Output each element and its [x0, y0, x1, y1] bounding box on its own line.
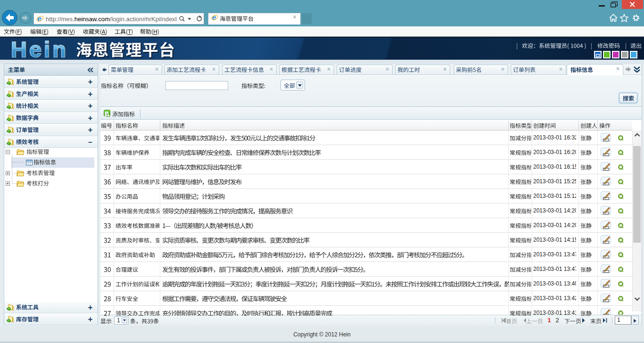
svg-text:Hein: Hein	[11, 37, 68, 60]
